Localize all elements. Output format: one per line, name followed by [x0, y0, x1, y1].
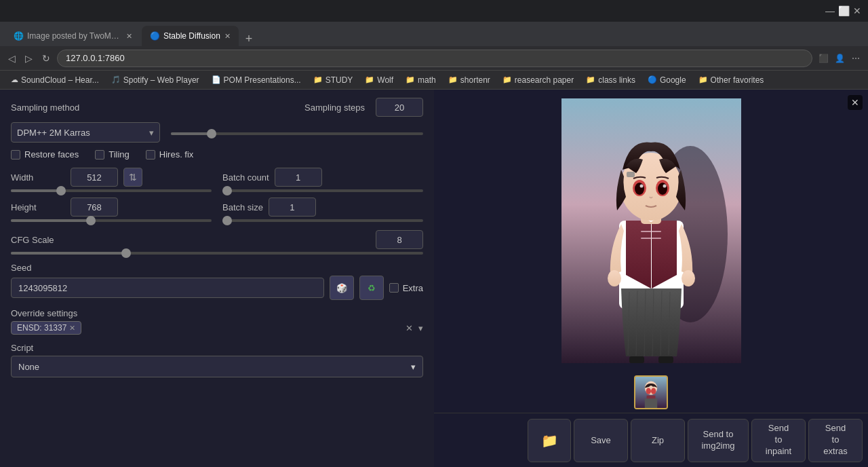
save-button[interactable]: Save	[574, 419, 628, 462]
height-value[interactable]: 768	[71, 198, 118, 217]
bookmark-class[interactable]: 📁 class links	[580, 74, 641, 86]
thumbnail-img-0	[635, 377, 667, 408]
bookmark-other[interactable]: 📁 Other favorites	[693, 74, 770, 86]
seed-label-row: Seed	[11, 263, 423, 273]
script-select-value: None	[18, 362, 39, 372]
bookmark-pom[interactable]: 📄 POM Presentations...	[206, 74, 307, 86]
override-label: Override settings	[11, 308, 77, 318]
sampling-steps-value[interactable]: 20	[376, 98, 423, 117]
bookmark-wolf-label: Wolf	[377, 75, 393, 85]
height-track	[11, 219, 212, 222]
bookmark-shortenr[interactable]: 📁 shortenr	[443, 74, 496, 86]
height-slider-container[interactable]	[11, 219, 212, 222]
override-label-row: Override settings	[11, 308, 423, 318]
sampling-steps-thumb[interactable]	[207, 129, 216, 138]
height-fill	[11, 219, 91, 222]
cfg-scale-slider-container[interactable]	[11, 252, 423, 255]
batch-count-slider-container[interactable]	[222, 189, 423, 192]
cfg-scale-row: CFG Scale 8	[11, 230, 423, 249]
batch-size-value[interactable]: 1	[269, 198, 316, 217]
script-select[interactable]: None ▾	[11, 356, 423, 377]
script-label: Script	[11, 343, 33, 353]
maximize-btn[interactable]: ⬜	[838, 5, 849, 16]
bottom-action-bar: 📁 Save Zip Send toimg2img Sendtoinpaint …	[434, 413, 868, 467]
thumbnail-0[interactable]	[634, 375, 668, 409]
tab-0[interactable]: 🌐 Image posted by TwoMoreTimes... ✕	[5, 26, 140, 46]
cfg-scale-thumb[interactable]	[121, 248, 131, 258]
dice-btn[interactable]: 🎲	[330, 276, 354, 300]
seed-input[interactable]	[11, 278, 324, 298]
override-tag-0[interactable]: ENSD: 31337 ✕	[11, 321, 81, 335]
hires-fix-checkbox[interactable]: Hires. fix	[146, 149, 194, 160]
cfg-scale-label: CFG Scale	[11, 235, 65, 245]
sampling-steps-label: Sampling steps	[304, 102, 365, 113]
restore-faces-checkbox[interactable]: Restore faces	[11, 149, 79, 160]
height-thumb[interactable]	[86, 216, 96, 225]
tiling-checkbox[interactable]: Tiling	[95, 149, 130, 160]
folder-button[interactable]: 📁	[528, 419, 571, 462]
width-label: Width	[11, 172, 65, 183]
override-tag-0-close[interactable]: ✕	[69, 324, 75, 333]
width-thumb[interactable]	[56, 186, 66, 195]
bookmark-research[interactable]: 📁 reasearch paper	[497, 74, 579, 86]
forward-button[interactable]: ▷	[22, 52, 35, 65]
send-img2img-button[interactable]: Send toimg2img	[688, 419, 749, 462]
more-icon[interactable]: ⋯	[849, 52, 863, 65]
title-bar: — ⬜ ✕	[0, 0, 868, 22]
tab-1-close[interactable]: ✕	[224, 32, 231, 41]
tab-0-close[interactable]: ✕	[126, 32, 132, 41]
recycle-btn[interactable]: ♻	[359, 276, 384, 300]
tab-1[interactable]: 🔵 Stable Diffusion ✕	[142, 26, 239, 46]
seed-label: Seed	[11, 263, 31, 273]
recycle-icon: ♻	[368, 283, 376, 293]
send-inpaint-button[interactable]: Sendtoinpaint	[751, 419, 806, 462]
bookmark-math[interactable]: 📁 math	[400, 74, 441, 86]
minimize-btn[interactable]: —	[825, 5, 835, 16]
svg-point-11	[658, 183, 667, 195]
extensions-icon[interactable]: ⬛	[816, 52, 830, 65]
send-inpaint-label: Sendtoinpaint	[766, 423, 791, 457]
bookmark-soundcloud[interactable]: ☁ SoundCloud – Hear...	[5, 74, 104, 86]
width-slider-container[interactable]	[11, 189, 212, 192]
hires-fix-box	[146, 150, 155, 160]
url-text: 127.0.0.1:7860	[66, 53, 125, 63]
sampling-steps-slider-container[interactable]	[171, 130, 423, 135]
override-tag-0-label: ENSD: 31337	[17, 323, 66, 333]
batch-count-value[interactable]: 1	[275, 168, 322, 187]
folder-icon: 📁	[541, 432, 558, 449]
tiling-label: Tiling	[108, 149, 130, 160]
override-clear-btn[interactable]: ✕	[406, 323, 413, 333]
width-value[interactable]: 512	[71, 168, 118, 187]
bookmark-wolf[interactable]: 📁 Wolf	[359, 74, 399, 86]
bookmark-study[interactable]: 📁 STUDY	[308, 74, 359, 86]
svg-rect-21	[629, 356, 644, 363]
back-button[interactable]: ◁	[5, 52, 18, 65]
width-row: Width 512 ⇅	[11, 168, 212, 187]
override-dropdown-btn[interactable]: ▾	[418, 323, 423, 333]
cfg-scale-value[interactable]: 8	[376, 230, 423, 249]
swap-dimensions-btn[interactable]: ⇅	[123, 168, 142, 187]
new-tab-button[interactable]: +	[240, 32, 258, 46]
zip-button[interactable]: Zip	[631, 419, 685, 462]
svg-rect-14	[627, 172, 635, 177]
batch-size-thumb[interactable]	[222, 216, 232, 225]
image-close-btn[interactable]: ✕	[848, 95, 863, 110]
svg-point-30	[651, 388, 656, 394]
toolbar-icons: ⬛ 👤 ⋯	[816, 52, 863, 65]
close-btn[interactable]: ✕	[852, 5, 863, 16]
reload-button[interactable]: ↻	[39, 52, 53, 65]
width-track	[11, 189, 212, 192]
bookmark-google[interactable]: 🔵 Google	[642, 74, 692, 86]
extra-checkbox[interactable]: Extra	[389, 283, 423, 293]
hires-fix-label: Hires. fix	[159, 149, 194, 160]
sampling-method-select[interactable]: DPM++ 2M Karras ▾	[11, 122, 160, 143]
batch-size-slider-container[interactable]	[222, 219, 423, 222]
url-input[interactable]: 127.0.0.1:7860	[57, 50, 812, 67]
bookmark-spotify[interactable]: 🎵 Spotify – Web Player	[106, 74, 205, 86]
tab-1-icon: 🔵	[150, 31, 159, 41]
profile-icon[interactable]: 👤	[833, 52, 846, 65]
batch-size-row: Batch size 1	[222, 198, 423, 217]
batch-count-thumb[interactable]	[222, 186, 232, 195]
send-extras-button[interactable]: Sendtoextras	[808, 419, 863, 462]
restore-faces-label: Restore faces	[24, 149, 79, 160]
